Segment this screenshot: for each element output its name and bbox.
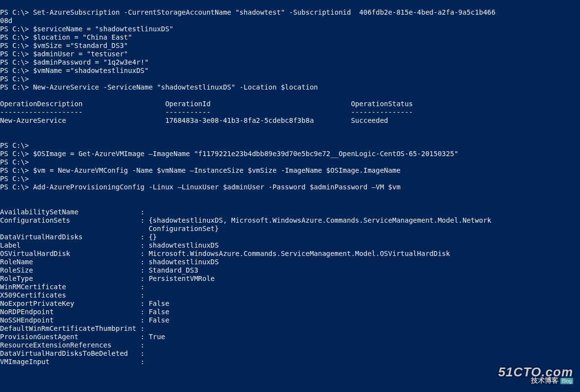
- terminal-line: ResourceExtensionReferences :: [0, 341, 145, 349]
- terminal-line: ConfigurationSet}: [0, 225, 219, 232]
- terminal-line: PS C:\>: [0, 158, 29, 166]
- terminal-line: PS C:\> $location = "China East": [0, 33, 132, 41]
- terminal-line: Label : shadowtestlinuxDS: [0, 241, 219, 249]
- terminal-line: PS C:\> $vm = New-AzureVMConfig -Name $v…: [0, 166, 401, 174]
- terminal-line: PS C:\>: [0, 175, 29, 183]
- terminal-line: PS C:\> $OSImage = Get-AzureVMImage –Ima…: [0, 150, 459, 158]
- terminal-line: PS C:\> New-AzureService -ServiceName "s…: [0, 83, 318, 91]
- terminal-line: 08d: [0, 17, 12, 24]
- terminal-line: DataVirtualHardDisksToBeDeleted :: [0, 349, 145, 357]
- terminal-line: NoSSHEndpoint : False: [0, 316, 169, 324]
- terminal-line: PS C:\>: [0, 75, 29, 83]
- terminal-line: PS C:\> Set-AzureSubscription -CurrentSt…: [0, 8, 495, 16]
- terminal-line: OSVirtualHardDisk : Microsoft.WindowsAzu…: [0, 250, 450, 257]
- terminal-line: DefaultWinRmCertificateThumbprint :: [0, 324, 145, 332]
- terminal-line: ProvisionGuestAgent : True: [0, 333, 165, 341]
- terminal-line: PS C:\> $adminUser = "testuser": [0, 50, 128, 58]
- terminal-line: PS C:\> Add-AzureProvisioningConfig -Lin…: [0, 183, 401, 191]
- terminal-line: PS C:\> $adminPassword = "1q2w3e4r!": [0, 58, 148, 66]
- terminal-line: ConfigurationSets : {shadowtestlinuxDS, …: [0, 216, 491, 224]
- terminal-line: RoleSize : Standard_DS3: [0, 266, 198, 274]
- powershell-terminal[interactable]: PS C:\> Set-AzureSubscription -CurrentSt…: [0, 0, 580, 392]
- terminal-line: OperationDescription OperationId Operati…: [0, 100, 413, 108]
- terminal-line: DataVirtualHardDisks : {}: [0, 233, 157, 241]
- terminal-line: NoExportPrivateKey : False: [0, 300, 169, 307]
- terminal-line: WinRMCertificate :: [0, 283, 145, 291]
- terminal-line: New-AzureService 1768483a-3e08-41b3-8fa2…: [0, 116, 388, 124]
- terminal-line: PS C:\> $serviceName = "shadowtestlinuxD…: [0, 25, 173, 33]
- terminal-line: RoleType : PersistentVMRole: [0, 275, 215, 282]
- terminal-line: VMImageInput :: [0, 358, 145, 366]
- terminal-line: -------------------- ----------- -------…: [0, 108, 413, 116]
- terminal-line: NoRDPEndpoint : False: [0, 308, 169, 316]
- terminal-line: PS C:\> $vmName ="shadowtestlinuxDS": [0, 67, 148, 74]
- terminal-line: PS C:\>: [0, 141, 29, 149]
- terminal-line: AvailabilitySetName :: [0, 208, 145, 216]
- terminal-line: RoleName : shadowtestlinuxDS: [0, 258, 219, 266]
- terminal-line: X509Certificates :: [0, 291, 145, 299]
- terminal-line: PS C:\> $vmSize ="Standard_DS3": [0, 42, 128, 49]
